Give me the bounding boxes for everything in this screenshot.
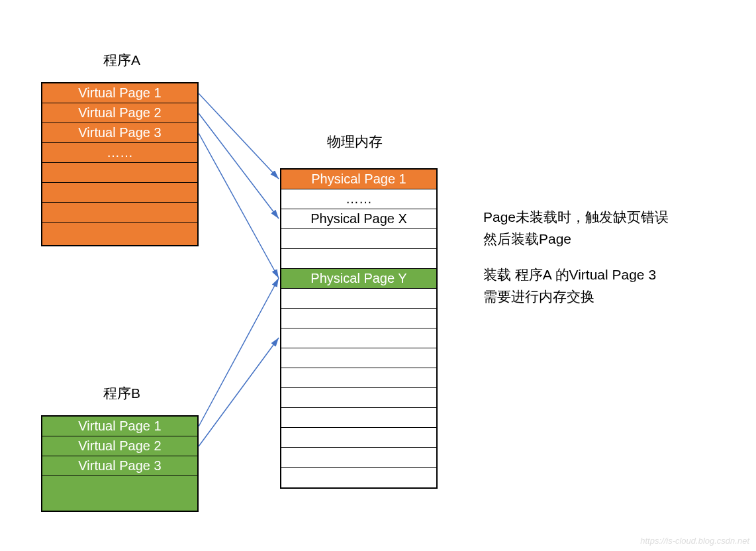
annotation-line: 装载 程序A 的Virtual Page 3 bbox=[483, 264, 669, 286]
program-a-row bbox=[42, 223, 197, 245]
physical-row: Physical Page Y bbox=[281, 269, 436, 289]
physical-row bbox=[281, 289, 436, 309]
program-a-table: Virtual Page 1 Virtual Page 2 Virtual Pa… bbox=[41, 82, 199, 246]
svg-line-1 bbox=[199, 113, 279, 219]
physical-row bbox=[281, 388, 436, 408]
physical-row: Physical Page 1 bbox=[281, 170, 436, 189]
program-b-title: 程序B bbox=[103, 384, 140, 403]
svg-line-4 bbox=[199, 338, 279, 446]
physical-memory-title: 物理内存 bbox=[327, 132, 383, 151]
physical-row bbox=[281, 448, 436, 468]
svg-line-0 bbox=[199, 93, 279, 179]
physical-row bbox=[281, 348, 436, 368]
watermark: https://is-cloud.blog.csdn.net bbox=[640, 536, 749, 546]
physical-row: Physical Page X bbox=[281, 209, 436, 229]
program-a-title: 程序A bbox=[103, 51, 140, 70]
physical-memory-table: Physical Page 1 …… Physical Page X Physi… bbox=[280, 168, 438, 489]
physical-row bbox=[281, 249, 436, 269]
physical-row bbox=[281, 408, 436, 428]
program-b-table: Virtual Page 1 Virtual Page 2 Virtual Pa… bbox=[41, 415, 199, 512]
annotation-line: Page未装载时，触发缺页错误 bbox=[483, 207, 669, 228]
annotation-line: 然后装载Page bbox=[483, 228, 669, 250]
physical-row bbox=[281, 309, 436, 328]
physical-row: …… bbox=[281, 189, 436, 209]
program-b-row: Virtual Page 3 bbox=[42, 456, 197, 476]
program-b-row bbox=[42, 476, 197, 511]
program-a-row bbox=[42, 203, 197, 223]
physical-row bbox=[281, 468, 436, 487]
physical-row bbox=[281, 328, 436, 348]
annotation-block: Page未装载时，触发缺页错误 然后装载Page 装载 程序A 的Virtual… bbox=[483, 207, 669, 307]
program-a-row: Virtual Page 3 bbox=[42, 123, 197, 143]
physical-row bbox=[281, 368, 436, 388]
annotation-line: 需要进行内存交换 bbox=[483, 286, 669, 308]
program-a-row: Virtual Page 1 bbox=[42, 83, 197, 103]
program-b-row: Virtual Page 1 bbox=[42, 417, 197, 436]
program-a-row: Virtual Page 2 bbox=[42, 103, 197, 123]
svg-line-2 bbox=[199, 133, 279, 278]
program-a-row bbox=[42, 183, 197, 203]
program-a-row: …… bbox=[42, 143, 197, 163]
program-b-row: Virtual Page 2 bbox=[42, 436, 197, 456]
physical-row bbox=[281, 229, 436, 249]
svg-line-3 bbox=[199, 278, 279, 426]
program-a-row bbox=[42, 163, 197, 183]
physical-row bbox=[281, 428, 436, 448]
